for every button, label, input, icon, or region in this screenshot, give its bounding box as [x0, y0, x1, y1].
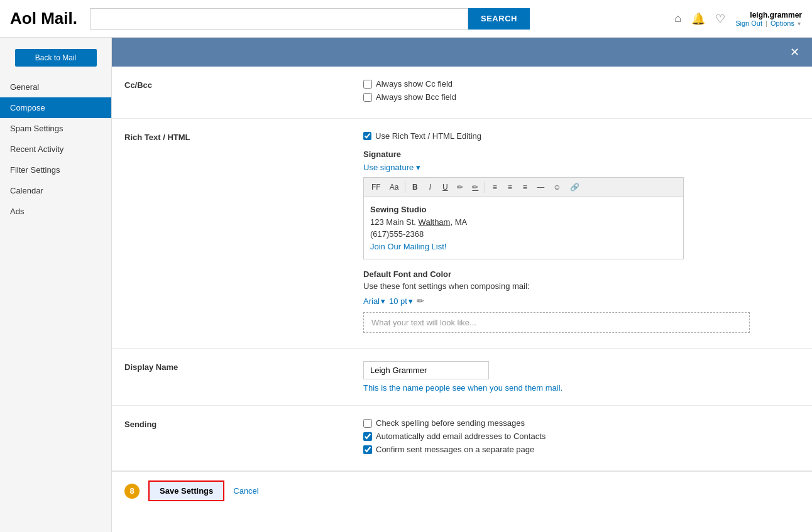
- rich-text-content: Use Rich Text / HTML Editing Signature U…: [363, 131, 799, 333]
- search-bar: SEARCH: [90, 8, 530, 30]
- sending-section: Sending Check spelling before sending me…: [112, 406, 812, 471]
- search-button[interactable]: SEARCH: [468, 8, 530, 30]
- use-rich-text-row: Use Rich Text / HTML Editing: [363, 131, 799, 141]
- auto-add-contacts-checkbox[interactable]: [363, 432, 372, 441]
- cc-bcc-section: Cc/Bcc Always show Cc field Always show …: [112, 67, 812, 119]
- sidebar-nav: General Compose Spam Settings Recent Act…: [0, 77, 111, 222]
- sidebar-item-compose[interactable]: Compose: [0, 97, 111, 118]
- font-size-select[interactable]: 10 pt ▾: [389, 296, 413, 306]
- sidebar-item-general[interactable]: General: [0, 77, 111, 97]
- use-rich-text-checkbox[interactable]: [363, 132, 371, 140]
- auto-add-contacts-label: Automatically add email addresses to Con…: [376, 432, 546, 441]
- check-spelling-row: Check spelling before sending messages: [363, 418, 799, 428]
- toolbar-sep-2: [485, 182, 485, 193]
- sidebar-item-ads[interactable]: Ads: [0, 201, 111, 222]
- default-font-desc: Use these font settings when composing m…: [363, 281, 799, 291]
- sidebar-item-recent-activity[interactable]: Recent Activity: [0, 139, 111, 160]
- settings-header-bar: ✕: [112, 38, 812, 67]
- signature-heading: Signature: [363, 149, 799, 159]
- sending-label: Sending: [124, 418, 363, 429]
- sidebar: Back to Mail General Compose Spam Settin…: [0, 38, 112, 532]
- options-link[interactable]: Options: [771, 19, 794, 27]
- always-show-bcc-row: Always show Bcc field: [363, 92, 799, 102]
- sig-line1: Sewing Studio: [370, 204, 677, 216]
- content-scroll[interactable]: Cc/Bcc Always show Cc field Always show …: [112, 67, 812, 532]
- display-name-label: Display Name: [124, 361, 363, 372]
- home-icon[interactable]: ⌂: [674, 12, 681, 25]
- sig-line2: 123 Main St. Waltham, MA: [370, 216, 677, 229]
- sig-waltham: Waltham: [419, 217, 451, 227]
- save-settings-button[interactable]: Save Settings: [148, 480, 224, 501]
- toolbar-underline-btn[interactable]: U: [438, 180, 452, 194]
- sig-line3: (617)555-2368: [370, 228, 677, 241]
- font-name-text: Arial: [363, 296, 380, 306]
- toolbar-aa-btn[interactable]: Aa: [386, 180, 403, 194]
- default-font-section: Default Font and Color Use these font se…: [363, 269, 799, 333]
- auto-add-contacts-row: Automatically add email addresses to Con…: [363, 432, 799, 441]
- rich-text-section: Rich Text / HTML Use Rich Text / HTML Ed…: [112, 119, 812, 349]
- footer-bar: 8 Save Settings Cancel: [112, 471, 812, 510]
- display-name-content: This is the name people see when you sen…: [363, 361, 799, 393]
- toolbar-align-center-btn[interactable]: ≡: [503, 180, 517, 194]
- main-content: ✕ Cc/Bcc Always show Cc field Always sho…: [112, 38, 812, 532]
- check-spelling-label: Check spelling before sending messages: [376, 418, 525, 428]
- font-size-chevron: ▾: [409, 296, 413, 306]
- always-show-bcc-checkbox[interactable]: [363, 93, 372, 102]
- bell-icon[interactable]: 🔔: [691, 12, 705, 26]
- font-preview-box: What your text will look like...: [363, 312, 750, 333]
- font-controls: Arial ▾ 10 pt ▾ ✏: [363, 296, 799, 306]
- toolbar-bold-btn[interactable]: B: [408, 180, 422, 194]
- sig-address: 123 Main St.: [370, 217, 419, 227]
- font-name-select[interactable]: Arial ▾: [363, 296, 385, 306]
- sidebar-item-spam-settings[interactable]: Spam Settings: [0, 118, 111, 139]
- mail-text: Mail.: [41, 9, 77, 28]
- back-to-mail-button[interactable]: Back to Mail: [15, 49, 97, 67]
- heart-icon[interactable]: ♡: [715, 12, 725, 26]
- sig-state: , MA: [450, 217, 467, 227]
- toolbar-align-left-btn[interactable]: ≡: [488, 180, 502, 194]
- use-rich-text-text: Use Rich Text / HTML Editing: [375, 131, 481, 141]
- username: leigh.grammer: [735, 11, 802, 19]
- close-button[interactable]: ✕: [790, 45, 799, 59]
- font-size-text: 10 pt: [389, 296, 407, 306]
- display-name-note: This is the name people see when you sen…: [363, 383, 799, 393]
- always-show-cc-label: Always show Cc field: [376, 79, 453, 89]
- font-name-chevron: ▾: [381, 296, 385, 306]
- toolbar-emoji-btn[interactable]: ☺: [549, 180, 564, 194]
- sig-line4: Join Our Mailing List!: [370, 241, 677, 253]
- cancel-button[interactable]: Cancel: [233, 486, 258, 496]
- check-spelling-checkbox[interactable]: [363, 419, 372, 428]
- sig-content[interactable]: Sewing Studio 123 Main St. Waltham, MA (…: [364, 197, 683, 259]
- toolbar-link-btn[interactable]: 🔗: [566, 180, 583, 194]
- rich-text-label: Rich Text / HTML: [124, 131, 363, 142]
- toolbar-align-right-btn[interactable]: ≡: [518, 180, 532, 194]
- sidebar-item-filter-settings[interactable]: Filter Settings: [0, 160, 111, 180]
- use-signature-chevron: ▾: [416, 163, 420, 172]
- header-right: ⌂ 🔔 ♡ leigh.grammer Sign Out | Options ▾: [674, 11, 802, 27]
- signout-link[interactable]: Sign Out: [735, 19, 762, 27]
- font-color-pencil[interactable]: ✏: [417, 296, 424, 306]
- cc-bcc-label: Cc/Bcc: [124, 79, 363, 90]
- always-show-cc-checkbox[interactable]: [363, 80, 372, 89]
- default-font-title: Default Font and Color: [363, 269, 799, 279]
- toolbar-pencil-btn[interactable]: ✏: [453, 180, 467, 194]
- sidebar-item-calendar[interactable]: Calendar: [0, 180, 111, 201]
- header: Aol Mail. SEARCH ⌂ 🔔 ♡ leigh.grammer Sig…: [0, 0, 812, 38]
- toolbar-highlight-btn[interactable]: ✏: [468, 180, 482, 194]
- toolbar-ff-btn[interactable]: FF: [368, 180, 385, 194]
- sig-mailing-link[interactable]: Join Our Mailing List!: [370, 242, 446, 251]
- cc-bcc-content: Always show Cc field Always show Bcc fie…: [363, 79, 799, 106]
- use-signature-toggle[interactable]: Use signature ▾: [363, 163, 799, 172]
- user-links: Sign Out | Options ▾: [735, 19, 802, 27]
- search-input[interactable]: [90, 8, 468, 30]
- sig-toolbar: FF Aa B I U ✏ ✏ ≡ ≡ ≡ —: [364, 178, 683, 197]
- confirm-sent-row: Confirm sent messages on a separate page: [363, 445, 799, 454]
- toolbar-italic-btn[interactable]: I: [423, 180, 437, 194]
- always-show-bcc-label: Always show Bcc field: [376, 92, 456, 102]
- sending-content: Check spelling before sending messages A…: [363, 418, 799, 458]
- toolbar-hr-btn[interactable]: —: [533, 180, 548, 194]
- confirm-sent-checkbox[interactable]: [363, 445, 372, 454]
- always-show-cc-row: Always show Cc field: [363, 79, 799, 89]
- display-name-input[interactable]: [363, 361, 489, 379]
- user-info: leigh.grammer Sign Out | Options ▾: [735, 11, 802, 27]
